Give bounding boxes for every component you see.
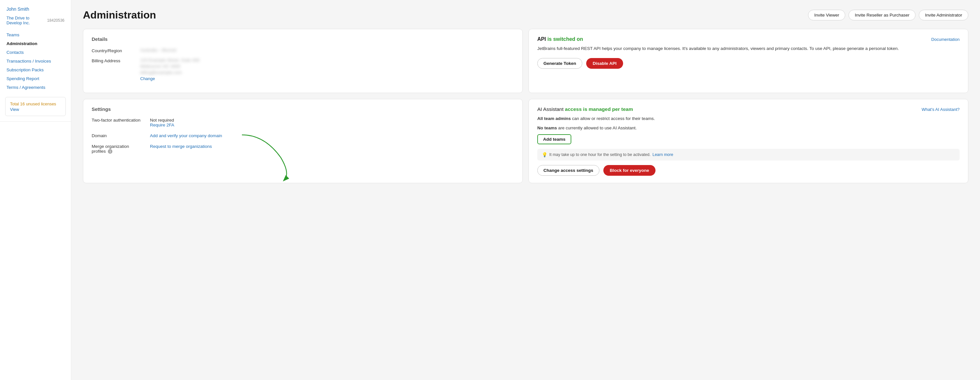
domain-label: Domain <box>92 133 143 138</box>
details-billing-row: Billing Address 123 Example Street, Suit… <box>92 58 514 81</box>
invite-administrator-button[interactable]: Invite Administrator <box>919 10 968 21</box>
merge-info-icon[interactable]: i <box>108 149 112 154</box>
api-title: API is switched on <box>537 36 583 42</box>
learn-more-link[interactable]: Learn more <box>652 152 673 157</box>
ai-title: AI Assistant access is managed per team <box>537 106 633 112</box>
country-value: Australia – Blurred <box>140 48 176 53</box>
invite-viewer-button[interactable]: Invite Viewer <box>808 10 845 21</box>
ai-notice-text: It may take up to one hour for the setti… <box>549 152 651 157</box>
sidebar-item-terms[interactable]: Terms / Agreements <box>0 83 71 92</box>
bulb-icon: 💡 <box>542 152 547 157</box>
ai-action-buttons: Change access settings Block for everyon… <box>537 165 959 176</box>
api-card: API is switched on Documentation JetBrai… <box>528 29 968 93</box>
settings-card-title: Settings <box>92 106 514 112</box>
change-access-settings-button[interactable]: Change access settings <box>537 165 600 176</box>
api-buttons: Generate Token Disable API <box>537 58 959 69</box>
generate-token-button[interactable]: Generate Token <box>537 58 582 69</box>
sidebar-item-contacts[interactable]: Contacts <box>0 48 71 57</box>
license-text: Total 16 unused licenses <box>10 102 56 106</box>
billing-value: 123 Example Street, Suite 400 Melbourne … <box>140 58 199 81</box>
billing-blurred-2: Melbourne VIC 3000 <box>140 64 199 69</box>
disable-api-button[interactable]: Disable API <box>586 58 623 69</box>
details-card: Details Country/Region Australia – Blurr… <box>83 29 523 93</box>
sidebar-org-id: 18420536 <box>47 18 64 23</box>
twofa-label: Two-factor authentication <box>92 118 143 123</box>
ai-desc-1-strong: All team admins <box>537 116 571 121</box>
ai-desc-2-suffix: are currently allowed to use AI Assistan… <box>557 126 637 130</box>
main-header: Administration Invite Viewer Invite Rese… <box>83 9 968 21</box>
sidebar-user[interactable]: John Smith <box>0 6 71 16</box>
main-content: Administration Invite Viewer Invite Rese… <box>71 0 980 380</box>
details-card-title: Details <box>92 36 514 42</box>
api-title-prefix: API <box>537 36 547 42</box>
ai-status: access is managed per team <box>565 106 633 112</box>
api-header: API is switched on Documentation <box>537 36 959 42</box>
add-teams-button[interactable]: Add teams <box>537 134 571 144</box>
page-title: Administration <box>83 9 156 21</box>
api-description: JetBrains full-featured REST API helps y… <box>537 45 959 52</box>
license-view-link[interactable]: View <box>10 107 61 112</box>
invite-reseller-button[interactable]: Invite Reseller as Purchaser <box>848 10 916 21</box>
api-documentation-link[interactable]: Documentation <box>931 37 959 42</box>
settings-card: Settings Two-factor authentication Not r… <box>83 99 523 183</box>
sidebar-item-spending-report[interactable]: Spending Report <box>0 74 71 83</box>
settings-twofa-row: Two-factor authentication Not required R… <box>92 118 514 128</box>
ai-header: AI Assistant access is managed per team … <box>537 106 959 112</box>
api-status: is switched on <box>547 36 583 42</box>
header-buttons: Invite Viewer Invite Reseller as Purchas… <box>808 10 968 21</box>
license-box: Total 16 unused licenses View <box>5 97 66 116</box>
settings-domain-row: Domain Add and verify your company domai… <box>92 133 514 138</box>
twofa-status: Not required <box>150 118 174 123</box>
ai-notice: 💡 It may take up to one hour for the set… <box>537 149 959 161</box>
country-blurred: Australia – Blurred <box>140 48 176 53</box>
ai-desc-2-strong: No teams <box>537 126 557 130</box>
billing-blurred-3: billing@example.com <box>140 70 199 75</box>
sidebar-item-transactions[interactable]: Transactions / Invoices <box>0 57 71 65</box>
country-label: Country/Region <box>92 48 134 53</box>
billing-change-link[interactable]: Change <box>140 76 155 81</box>
domain-value: Add and verify your company domain <box>150 133 222 138</box>
sidebar-org: The Drive to Develop Inc. 18420536 <box>0 16 71 30</box>
ai-desc-1: All team admins can allow or restrict ac… <box>537 115 959 122</box>
sidebar-divider <box>0 121 71 121</box>
ai-assistant-card: AI Assistant access is managed per team … <box>528 99 968 183</box>
ai-title-prefix: AI Assistant <box>537 106 565 112</box>
add-domain-link[interactable]: Add and verify your company domain <box>150 133 222 138</box>
sidebar-item-teams[interactable]: Teams <box>0 30 71 39</box>
twofa-value: Not required Require 2FA <box>150 118 174 128</box>
arrow-decoration <box>232 132 297 184</box>
cards-grid: Details Country/Region Australia – Blurr… <box>83 29 968 183</box>
sidebar-org-name[interactable]: The Drive to Develop Inc. <box>6 16 45 25</box>
whats-ai-assistant-link[interactable]: What's AI Assistant? <box>922 107 959 112</box>
billing-blurred: 123 Example Street, Suite 400 <box>140 58 199 62</box>
sidebar-item-administration[interactable]: Administration <box>0 39 71 48</box>
settings-merge-row: Merge organization profiles i Request to… <box>92 144 514 154</box>
merge-value: Request to merge organizations <box>150 144 212 149</box>
ai-desc-2: No teams are currently allowed to use AI… <box>537 125 959 132</box>
sidebar-item-subscription-packs[interactable]: Subscription Packs <box>0 65 71 74</box>
details-country-row: Country/Region Australia – Blurred <box>92 48 514 53</box>
billing-label: Billing Address <box>92 58 134 63</box>
sidebar-nav: Teams Administration Contacts Transactio… <box>0 30 71 92</box>
sidebar: John Smith The Drive to Develop Inc. 184… <box>0 0 71 380</box>
merge-link[interactable]: Request to merge organizations <box>150 144 212 149</box>
require-2fa-link[interactable]: Require 2FA <box>150 123 174 128</box>
merge-label: Merge organization profiles i <box>92 144 143 154</box>
ai-desc-1-text: can allow or restrict access for their t… <box>572 116 655 121</box>
block-for-everyone-button[interactable]: Block for everyone <box>603 165 656 176</box>
